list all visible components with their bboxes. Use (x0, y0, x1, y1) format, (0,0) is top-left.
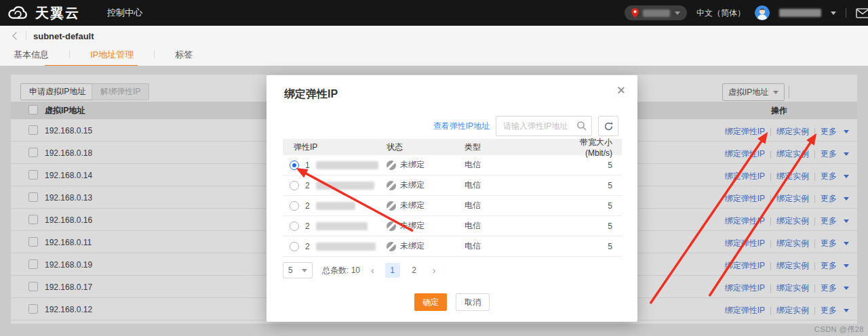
status-text: 未绑定 (400, 240, 425, 252)
prev-page-button[interactable]: ‹ (370, 265, 376, 276)
row-ip: 192.168.0.14 (45, 171, 92, 180)
confirm-button[interactable]: 确定 (414, 293, 447, 311)
view-eip-link[interactable]: 查看弹性IP地址 (433, 121, 490, 132)
row-checkbox[interactable] (28, 237, 38, 247)
avatar[interactable] (755, 5, 770, 20)
row-ip: 192.168.0.13 (45, 193, 92, 203)
row-checkbox[interactable] (28, 282, 38, 291)
page-number[interactable]: 2 (407, 263, 422, 278)
username-redacted[interactable] (779, 9, 821, 17)
language-switch[interactable]: 中文（简体） (696, 7, 745, 19)
more-link[interactable]: 更多 (821, 282, 837, 294)
column-header-ip: 虚拟IP地址 (45, 105, 85, 117)
eip-radio[interactable] (290, 161, 299, 170)
bind-eip-link[interactable]: 绑定弹性IP (725, 126, 765, 138)
region-selector[interactable] (625, 5, 687, 20)
eip-radio[interactable] (290, 242, 299, 251)
more-link[interactable]: 更多 (821, 126, 837, 138)
bind-instance-link[interactable]: 绑定实例 (776, 193, 809, 205)
caret-down-icon (844, 309, 849, 312)
apply-vip-button[interactable]: 申请虚拟IP地址 (20, 83, 94, 100)
caret-down-icon (844, 152, 849, 156)
bind-instance-link[interactable]: 绑定实例 (776, 260, 809, 272)
total-count-label: 总条数: 10 (322, 265, 360, 276)
divider (814, 150, 815, 159)
bind-eip-link[interactable]: 绑定弹性IP (725, 305, 765, 316)
tab[interactable]: 基本信息 (14, 45, 49, 67)
more-link[interactable]: 更多 (821, 305, 837, 316)
divider (814, 262, 815, 270)
divider (770, 285, 771, 293)
eip-table-header: 弹性IP 状态 类型 带宽大小 (Mbit/s) (283, 139, 622, 155)
divider (770, 307, 771, 315)
caret-down-icon (844, 287, 849, 290)
type-text: 电信 (465, 240, 566, 252)
more-link[interactable]: 更多 (821, 260, 837, 272)
tab[interactable]: IP地址管理 (49, 45, 134, 67)
unbound-status-icon (387, 222, 396, 231)
more-link[interactable]: 更多 (821, 193, 837, 205)
cancel-button[interactable]: 取消 (456, 293, 490, 311)
location-pin-icon (631, 8, 639, 18)
more-link[interactable]: 更多 (821, 238, 837, 249)
more-link[interactable]: 更多 (821, 148, 837, 160)
caret-down-icon (302, 269, 307, 272)
eip-radio[interactable] (290, 201, 299, 211)
filter-type-select[interactable]: 虚拟IP地址 (722, 83, 785, 101)
tab-bar: 基本信息 IP地址管理 标签 (0, 46, 868, 66)
select-all-checkbox[interactable] (28, 105, 38, 114)
bind-instance-link[interactable]: 绑定实例 (776, 282, 809, 294)
divider (770, 173, 771, 181)
page-size-select[interactable]: 5 (283, 262, 313, 278)
row-checkbox[interactable] (28, 125, 38, 135)
row-checkbox[interactable] (28, 170, 38, 180)
eip-radio[interactable] (290, 181, 299, 190)
eip-row: 2 未绑定 电信 5 (283, 236, 622, 257)
search-icon[interactable] (576, 121, 587, 131)
bind-instance-link[interactable]: 绑定实例 (776, 238, 809, 249)
tab-label: IP地址管理 (90, 49, 134, 60)
more-link[interactable]: 更多 (821, 171, 837, 182)
refresh-button[interactable] (598, 116, 618, 136)
unbound-status-icon (387, 161, 396, 170)
bind-instance-link[interactable]: 绑定实例 (776, 215, 809, 227)
next-page-button[interactable]: › (431, 265, 437, 276)
bind-eip-link[interactable]: 绑定弹性IP (725, 171, 765, 182)
tab[interactable]: 标签 (134, 45, 193, 67)
watermark: CSDN @伟28 (814, 324, 864, 335)
bind-eip-link[interactable]: 绑定弹性IP (725, 282, 765, 294)
bind-eip-link[interactable]: 绑定弹性IP (725, 260, 765, 272)
bind-instance-link[interactable]: 绑定实例 (776, 171, 809, 182)
back-chevron-icon[interactable] (12, 32, 20, 39)
modal-title: 绑定弹性IP (284, 87, 338, 102)
bind-instance-link[interactable]: 绑定实例 (776, 305, 809, 316)
row-checkbox[interactable] (28, 192, 38, 202)
brand-name: 天翼云 (35, 4, 80, 22)
more-link[interactable]: 更多 (821, 215, 837, 227)
filter-selected-value: 虚拟IP地址 (728, 87, 768, 98)
divider (770, 150, 771, 159)
console-menu[interactable]: 控制中心 (107, 7, 142, 19)
bind-eip-link[interactable]: 绑定弹性IP (725, 238, 765, 249)
caret-down-icon (844, 242, 849, 245)
eip-radio[interactable] (290, 222, 299, 231)
bind-eip-link[interactable]: 绑定弹性IP (725, 215, 765, 227)
row-ip: 192.168.0.17 (45, 282, 92, 292)
row-checkbox[interactable] (28, 259, 38, 269)
close-icon[interactable] (616, 85, 627, 96)
brand-logo[interactable]: 天翼云 (0, 4, 80, 22)
bind-instance-link[interactable]: 绑定实例 (776, 126, 809, 138)
mail-icon[interactable] (856, 8, 868, 18)
caret-down-icon[interactable] (831, 12, 836, 15)
row-checkbox[interactable] (28, 148, 38, 157)
bind-instance-link[interactable]: 绑定实例 (776, 148, 809, 160)
bind-eip-link[interactable]: 绑定弹性IP (725, 193, 765, 205)
row-checkbox[interactable] (28, 304, 38, 314)
page-number[interactable]: 1 (385, 263, 400, 278)
unbind-eip-button[interactable]: 解绑弹性IP (92, 83, 149, 100)
row-checkbox[interactable] (28, 215, 38, 224)
bind-eip-link[interactable]: 绑定弹性IP (725, 148, 765, 160)
divider (26, 31, 26, 41)
unbound-status-icon (387, 242, 396, 251)
divider (846, 8, 846, 18)
